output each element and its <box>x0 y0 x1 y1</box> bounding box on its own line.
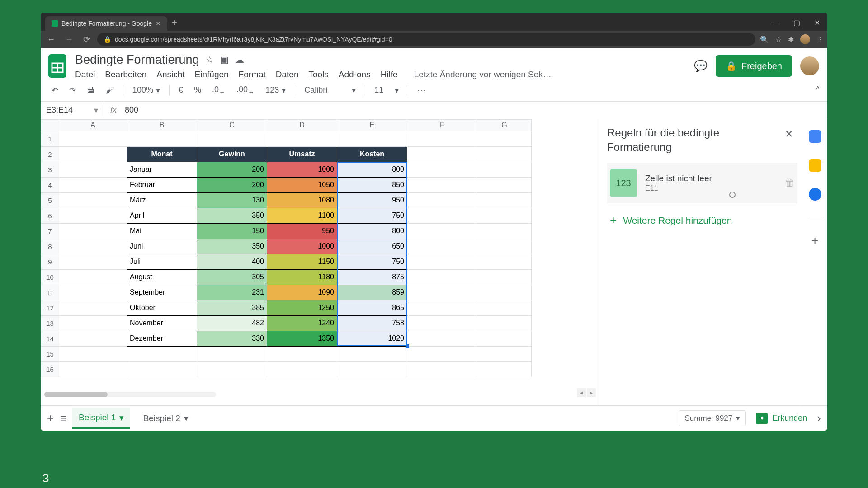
scroll-thumb[interactable] <box>44 392 108 397</box>
font-family-dropdown[interactable]: Calibri▾ <box>301 84 359 97</box>
name-box[interactable]: E3:E14 ▾ <box>41 102 104 119</box>
chevron-down-icon: ▾ <box>352 85 356 95</box>
fx-label: fx <box>104 102 123 118</box>
currency-button[interactable]: € <box>175 84 187 97</box>
sheet-tab-1[interactable]: Beispiel 1 ▾ <box>72 408 130 429</box>
sheet-scroll-arrows: ◂ ▸ <box>577 388 596 397</box>
lock-icon: 🔒 <box>726 61 737 71</box>
keep-icon[interactable] <box>809 159 821 172</box>
formula-input[interactable]: 800 <box>123 102 140 118</box>
minimize-button[interactable]: — <box>766 15 787 31</box>
chevron-down-icon: ▾ <box>736 413 740 423</box>
sheet-scroll-left[interactable]: ◂ <box>577 388 586 397</box>
sheets-favicon <box>52 20 58 27</box>
url-input[interactable]: 🔒 docs.google.com/spreadsheets/d/1RMhyrI… <box>97 33 755 46</box>
chevron-down-icon: ▾ <box>395 85 399 95</box>
selection-handle[interactable] <box>406 344 409 348</box>
browser-menu-icon[interactable]: ⋮ <box>816 35 824 44</box>
quick-sum-dropdown[interactable]: Summe: 9927 ▾ <box>679 410 746 426</box>
doc-title[interactable]: Bedingte Formatierung <box>75 53 199 67</box>
calendar-icon[interactable] <box>809 130 821 143</box>
page-number: 3 <box>42 471 49 485</box>
browser-window: Bedingte Formatierung - Google ✕ + — ▢ ✕… <box>41 13 827 431</box>
share-button[interactable]: 🔒 Freigeben <box>716 55 792 77</box>
url-text: docs.google.com/spreadsheets/d/1RMhyrI6a… <box>115 36 392 43</box>
menu-ansicht[interactable]: Ansicht <box>156 70 184 80</box>
chevron-down-icon: ▾ <box>282 85 286 95</box>
menu-bar: Datei Bearbeiten Ansicht Einfügen Format… <box>75 70 688 80</box>
font-size-dropdown[interactable]: 11▾ <box>371 84 402 97</box>
explore-button[interactable]: ✦ Erkunden <box>756 413 807 424</box>
menu-addons[interactable]: Add-ons <box>339 70 371 80</box>
menu-einfuegen[interactable]: Einfügen <box>195 70 229 80</box>
rule-range-text: E11 <box>645 184 777 192</box>
format-rule-item[interactable]: 123 Zelle ist nicht leer E11 🗑 <box>607 163 797 203</box>
sheets-logo[interactable] <box>46 52 69 80</box>
collapse-toolbar-button[interactable]: ˄ <box>816 85 820 96</box>
comments-icon[interactable]: 💬 <box>694 60 708 72</box>
percent-button[interactable]: % <box>190 84 205 97</box>
number-format-dropdown[interactable]: 123▾ <box>262 84 289 97</box>
menu-daten[interactable]: Daten <box>276 70 299 80</box>
close-window-button[interactable]: ✕ <box>807 15 827 31</box>
chevron-down-icon: ▾ <box>94 105 98 115</box>
horizontal-scrollbar[interactable] <box>44 392 216 397</box>
all-sheets-button[interactable]: ≡ <box>60 413 66 424</box>
zoom-icon[interactable]: 🔍 <box>760 35 769 44</box>
menu-bearbeiten[interactable]: Bearbeiten <box>105 70 146 80</box>
tab-strip: Bedingte Formatierung - Google ✕ + — ▢ ✕ <box>41 13 827 31</box>
tasks-icon[interactable] <box>809 188 821 201</box>
maximize-button[interactable]: ▢ <box>787 15 807 31</box>
sheet-footer: + ≡ Beispiel 1 ▾ Beispiel 2 ▾ Summe: 992… <box>41 405 827 431</box>
add-addon-icon[interactable]: + <box>811 234 818 248</box>
print-button[interactable]: 🖶 <box>83 84 99 97</box>
forward-button[interactable]: → <box>62 35 76 44</box>
address-bar: ← → ⟳ 🔒 docs.google.com/spreadsheets/d/1… <box>41 31 827 48</box>
undo-button[interactable]: ↶ <box>48 84 62 97</box>
cursor-indicator <box>729 192 736 198</box>
account-avatar[interactable] <box>800 56 819 75</box>
spreadsheet-grid[interactable]: ABCDEFG12MonatGewinnUmsatzKosten3Januar2… <box>41 119 599 405</box>
new-tab-button[interactable]: + <box>167 15 182 31</box>
sheet-tab-2[interactable]: Beispiel 2 ▾ <box>137 408 194 428</box>
name-formula-bar: E3:E14 ▾ fx 800 <box>41 102 827 119</box>
app-area: Bedingte Formatierung ☆ ▣ ☁ Datei Bearbe… <box>41 48 827 431</box>
star-icon[interactable]: ☆ <box>206 54 214 65</box>
sheet-scroll-right[interactable]: ▸ <box>587 388 596 397</box>
zoom-dropdown[interactable]: 100%▾ <box>129 84 164 97</box>
paint-format-button[interactable]: 🖌 <box>102 84 118 97</box>
side-panel-title: Regeln für die bedingte Formatierung <box>607 126 780 155</box>
menu-hilfe[interactable]: Hilfe <box>381 70 398 80</box>
tab-title: Bedingte Formatierung - Google <box>61 20 152 27</box>
close-tab-icon[interactable]: ✕ <box>156 20 161 27</box>
side-rail: + <box>802 119 827 405</box>
rule-preview-swatch: 123 <box>610 169 637 197</box>
close-panel-button[interactable]: ✕ <box>780 126 797 143</box>
add-sheet-button[interactable]: + <box>47 411 54 425</box>
reload-button[interactable]: ⟳ <box>80 34 93 44</box>
toolbar: ↶ ↷ 🖶 🖌 100%▾ € % .0← .00→ 123▾ Calibri▾… <box>41 80 827 102</box>
browser-tab[interactable]: Bedingte Formatierung - Google ✕ <box>45 16 167 31</box>
decrease-decimal-button[interactable]: .0← <box>208 83 229 98</box>
plus-icon: + <box>610 213 617 227</box>
extensions-icon[interactable]: ✱ <box>788 35 794 44</box>
bookmark-icon[interactable]: ☆ <box>775 35 782 44</box>
menu-datei[interactable]: Datei <box>75 70 95 80</box>
lock-icon: 🔒 <box>104 36 111 43</box>
profile-avatar-small[interactable] <box>800 34 810 44</box>
menu-tools[interactable]: Tools <box>308 70 328 80</box>
add-rule-button[interactable]: + Weitere Regel hinzufügen <box>607 203 797 237</box>
app-header: Bedingte Formatierung ☆ ▣ ☁ Datei Bearbe… <box>41 48 827 80</box>
chevron-down-icon: ▾ <box>119 413 124 423</box>
more-toolbar-button[interactable]: ⋯ <box>414 84 429 97</box>
last-edit-text[interactable]: Letzte Änderung vor wenigen Sek… <box>414 70 552 80</box>
increase-decimal-button[interactable]: .00→ <box>233 83 258 98</box>
move-icon[interactable]: ▣ <box>220 54 229 65</box>
back-button[interactable]: ← <box>44 35 58 44</box>
menu-format[interactable]: Format <box>239 70 266 80</box>
expand-side-icon[interactable]: › <box>817 411 821 425</box>
cloud-status-icon[interactable]: ☁ <box>235 54 244 65</box>
redo-button[interactable]: ↷ <box>66 84 80 97</box>
chevron-down-icon: ▾ <box>184 413 189 423</box>
delete-rule-icon[interactable]: 🗑 <box>785 177 795 189</box>
